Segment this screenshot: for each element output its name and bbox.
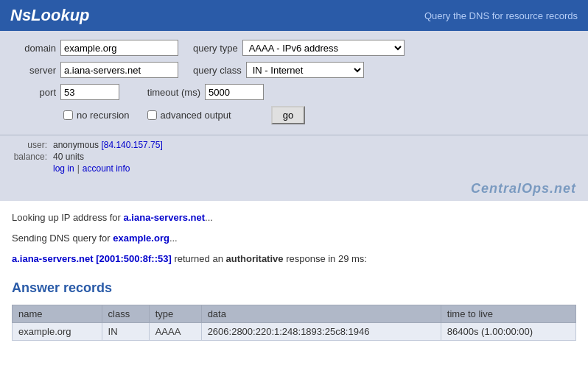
querytype-label: query type bbox=[193, 43, 238, 54]
domain-link-1[interactable]: example.org bbox=[113, 233, 169, 244]
cell-data: 2606:2800:220:1:248:1893:25c8:1946 bbox=[201, 323, 441, 341]
authoritative-text: authoritative bbox=[226, 253, 284, 264]
server-label: server bbox=[12, 65, 56, 76]
output-line-2: Sending DNS query for example.org... bbox=[12, 230, 576, 247]
cell-ttl: 86400s (1.00:00:00) bbox=[441, 323, 575, 341]
advanced-output-checkbox[interactable] bbox=[147, 110, 157, 120]
answer-heading: Answer records bbox=[12, 280, 576, 299]
output-line-1: Looking up IP address for a.iana-servers… bbox=[12, 210, 576, 226]
go-button[interactable]: go bbox=[271, 106, 305, 124]
queryclass-label: query class bbox=[193, 65, 242, 76]
queryclass-group: query class IN - Internet CH - Chaos HS … bbox=[193, 62, 364, 78]
queryclass-select[interactable]: IN - Internet CH - Chaos HS - Hesiod bbox=[246, 62, 364, 78]
timeout-label: timeout (ms) bbox=[134, 87, 200, 98]
cell-class: IN bbox=[102, 323, 149, 341]
form-row-3: port timeout (ms) bbox=[12, 84, 576, 100]
no-recursion-checkbox[interactable] bbox=[63, 110, 73, 120]
timeout-group: timeout (ms) bbox=[134, 84, 264, 100]
domain-label: domain bbox=[12, 43, 56, 54]
account-info-link[interactable]: account info bbox=[83, 163, 130, 174]
form-section: domain query type AAAA - IPv6 address A … bbox=[0, 31, 588, 135]
account-links-row: log in | account info bbox=[12, 163, 576, 174]
app-subtitle: Query the DNS for resource records bbox=[424, 10, 578, 21]
answer-section: Answer records name class type data time… bbox=[0, 280, 588, 353]
form-row-4: no recursion advanced output go bbox=[12, 106, 576, 124]
col-data: data bbox=[201, 305, 441, 323]
table-row: example.orgINAAAA2606:2800:220:1:248:189… bbox=[13, 323, 576, 341]
domain-group: domain bbox=[12, 40, 178, 56]
user-name: anonymous [84.140.157.75] bbox=[53, 140, 163, 150]
answer-table-body: example.orgINAAAA2606:2800:220:1:248:189… bbox=[13, 323, 576, 341]
user-ip-link[interactable]: [84.140.157.75] bbox=[101, 140, 162, 150]
cell-name: example.org bbox=[13, 323, 102, 341]
advanced-output-label[interactable]: advanced output bbox=[147, 110, 231, 121]
output-section: Looking up IP address for a.iana-servers… bbox=[0, 201, 588, 280]
server-link-2[interactable]: a.iana-servers.net [2001:500:8f::53] bbox=[12, 253, 172, 264]
app-title: NsLookup bbox=[10, 6, 90, 25]
domain-input[interactable] bbox=[60, 40, 178, 56]
branding-text: CentralOps.net bbox=[471, 181, 576, 196]
user-info-section: user: anonymous [84.140.157.75] balance:… bbox=[0, 135, 588, 180]
answer-table: name class type data time to live exampl… bbox=[12, 305, 576, 341]
col-type: type bbox=[149, 305, 201, 323]
col-class: class bbox=[102, 305, 149, 323]
querytype-select[interactable]: AAAA - IPv6 address A - IPv4 address MX … bbox=[242, 40, 405, 56]
balance-value: 40 units bbox=[53, 152, 84, 162]
port-input[interactable] bbox=[60, 84, 119, 100]
branding-row: CentralOps.net bbox=[0, 180, 588, 201]
col-ttl: time to live bbox=[441, 305, 575, 323]
output-line-3: a.iana-servers.net [2001:500:8f::53] ret… bbox=[12, 251, 576, 267]
server-input[interactable] bbox=[60, 62, 178, 78]
user-row: user: anonymous [84.140.157.75] bbox=[12, 140, 576, 150]
col-name: name bbox=[13, 305, 102, 323]
header: NsLookup Query the DNS for resource reco… bbox=[0, 0, 588, 31]
form-row-2: server query class IN - Internet CH - Ch… bbox=[12, 62, 576, 78]
querytype-group: query type AAAA - IPv6 address A - IPv4 … bbox=[193, 40, 405, 56]
answer-table-header: name class type data time to live bbox=[13, 305, 576, 323]
answer-header-row: name class type data time to live bbox=[13, 305, 576, 323]
server-group: server bbox=[12, 62, 178, 78]
balance-label: balance: bbox=[12, 152, 47, 162]
user-label: user: bbox=[12, 140, 47, 150]
form-row-1: domain query type AAAA - IPv6 address A … bbox=[12, 40, 576, 56]
timeout-input[interactable] bbox=[205, 84, 264, 100]
cell-type: AAAA bbox=[149, 323, 201, 341]
no-recursion-label[interactable]: no recursion bbox=[63, 110, 130, 121]
port-label: port bbox=[12, 87, 56, 98]
balance-row: balance: 40 units bbox=[12, 152, 576, 162]
server-link-1[interactable]: a.iana-servers.net bbox=[124, 212, 206, 223]
login-link[interactable]: log in bbox=[53, 163, 74, 174]
port-group: port bbox=[12, 84, 119, 100]
